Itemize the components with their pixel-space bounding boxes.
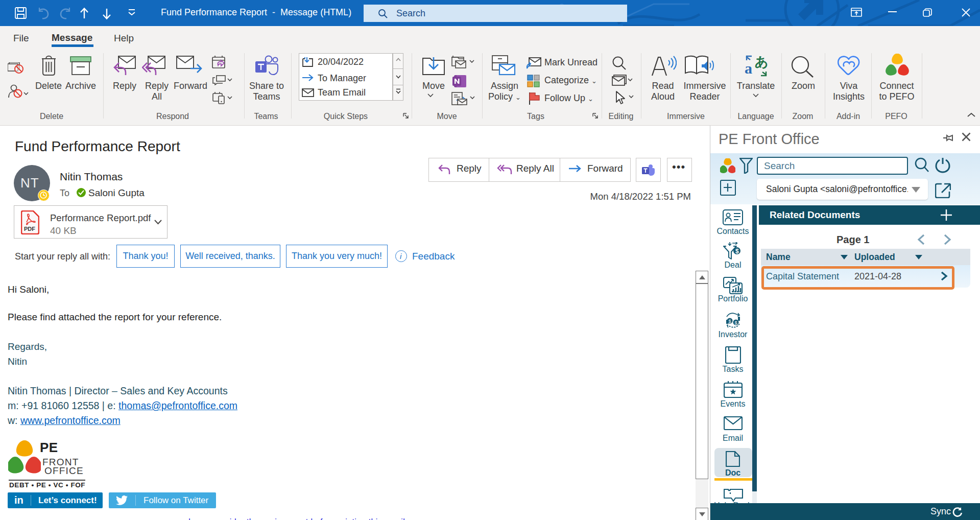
svg-text:あ: あ xyxy=(755,55,768,69)
svg-text:a: a xyxy=(745,60,752,77)
svg-text:$: $ xyxy=(735,320,737,325)
svg-text:PDF: PDF xyxy=(24,226,35,232)
svg-text:$: $ xyxy=(735,248,739,255)
svg-text:$: $ xyxy=(729,319,731,324)
